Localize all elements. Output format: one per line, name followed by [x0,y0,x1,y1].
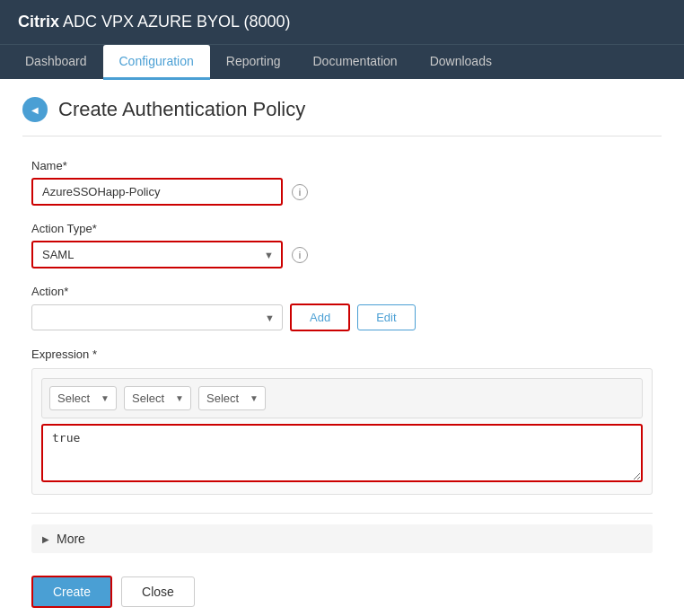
action-row: ▼ Add Edit [31,304,653,331]
expression-label: Expression * [31,348,653,361]
back-button[interactable] [22,97,48,122]
more-toggle[interactable]: More [31,524,653,553]
main-nav: Dashboard Configuration Reporting Docume… [0,44,684,79]
name-label: Name* [31,159,653,172]
close-button[interactable]: Close [121,576,195,607]
expression-textarea[interactable]: true [41,424,643,482]
more-section: More [31,513,653,553]
action-select[interactable] [32,305,282,330]
add-button[interactable]: Add [290,304,350,331]
expr-select3[interactable]: Select [198,386,266,410]
main-content: Create Authentication Policy Name* i Act… [0,79,684,616]
header-title: Citrix ADC VPX AZURE BYOL (8000) [18,13,290,31]
action-select-wrapper: ▼ [31,304,283,330]
expr-select1[interactable]: Select [49,386,117,410]
action-type-group: Action Type* SAML ▼ i [31,222,653,268]
nav-downloads[interactable]: Downloads [414,45,508,79]
expression-container: Select ▼ Select ▼ Select ▼ [31,368,653,495]
name-group: Name* i [31,159,653,206]
edit-button[interactable]: Edit [357,304,415,330]
nav-documentation[interactable]: Documentation [296,45,413,79]
header: Citrix ADC VPX AZURE BYOL (8000) [0,0,684,44]
action-type-select[interactable]: SAML [33,242,281,267]
action-type-info-icon[interactable]: i [292,247,308,263]
expression-selects-row: Select ▼ Select ▼ Select ▼ [41,378,643,418]
action-type-label: Action Type* [31,222,653,235]
expression-group: Expression * Select ▼ Select ▼ [31,348,653,495]
nav-reporting[interactable]: Reporting [210,45,297,79]
expr-select2-wrapper: Select ▼ [124,386,191,410]
expr-select3-wrapper: Select ▼ [198,386,266,410]
nav-configuration[interactable]: Configuration [103,45,210,80]
name-info-icon[interactable]: i [292,184,308,200]
footer-buttons: Create Close [31,576,653,608]
expr-select2[interactable]: Select [124,386,191,410]
form-section: Name* i Action Type* SAML ▼ i Action* [22,159,662,608]
action-type-select-wrapper: SAML ▼ [31,241,283,268]
action-group: Action* ▼ Add Edit [31,285,653,331]
create-button[interactable]: Create [31,576,112,608]
nav-dashboard[interactable]: Dashboard [9,45,103,79]
more-label: More [57,532,85,546]
expr-select1-wrapper: Select ▼ [49,386,117,410]
name-input[interactable] [31,178,283,206]
page-heading: Create Authentication Policy [22,97,662,136]
page-title: Create Authentication Policy [58,98,305,121]
action-label: Action* [31,285,653,298]
